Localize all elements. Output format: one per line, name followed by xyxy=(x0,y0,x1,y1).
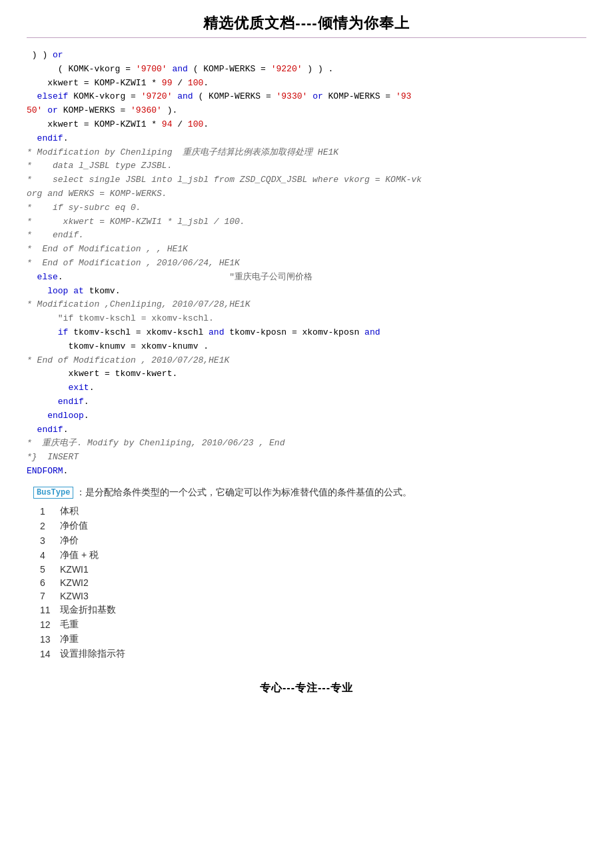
bustype-badge: BusType xyxy=(33,487,73,499)
item-number: 12 xyxy=(40,619,60,630)
code-line-15: else. "重庆电子公司闸价格 xyxy=(27,271,586,285)
code-line-3: xkwert = KOMP-KZWI1 * 99 / 100. xyxy=(27,77,586,91)
item-number: 13 xyxy=(40,634,60,645)
item-number: 6 xyxy=(40,577,60,588)
item-label: 净重 xyxy=(60,633,79,645)
code-line-22: xkwert = tkomv-kwert. xyxy=(27,367,586,381)
code-line-9b: org and WERKS = KOMP-WERKS. xyxy=(27,187,586,201)
code-line-6: endif. xyxy=(27,132,586,146)
item-number: 11 xyxy=(40,605,60,615)
list-item: 13净重 xyxy=(27,632,586,647)
list-item: 12毛重 xyxy=(27,617,586,632)
item-number: 1 xyxy=(40,506,60,517)
item-number: 2 xyxy=(40,521,60,531)
list-item: 2净价值 xyxy=(27,519,586,533)
list-item: 6KZWI2 xyxy=(27,576,586,589)
code-line-11: * xkwert = KOMP-KZWI1 * l_jsbl / 100. xyxy=(27,215,586,229)
code-line-10: * if sy-subrc eq 0. xyxy=(27,201,586,215)
code-line-19: if tkomv-kschl = xkomv-kschl and tkomv-k… xyxy=(27,326,586,340)
code-line-1: ) ) or xyxy=(27,49,586,63)
code-line-5: xkwert = KOMP-KZWI1 * 94 / 100. xyxy=(27,118,586,132)
code-block: ) ) or ( KOMK-vkorg = '9700' and ( KOMP-… xyxy=(27,49,586,479)
list-item: 4净值 + 税 xyxy=(27,548,586,563)
item-label: 现金折扣基数 xyxy=(60,604,116,616)
annotation-description: ：是分配给条件类型的一个公式，它确定可以作为标准替代值的条件基值的公式。 xyxy=(76,487,412,499)
code-line-4a: elseif KOMK-vkorg = '9720' and ( KOMP-WE… xyxy=(27,90,586,104)
item-label: 净价值 xyxy=(60,520,88,532)
item-label: 设置排除指示符 xyxy=(60,648,125,660)
code-line-8: * data l_JSBL type ZJSBL. xyxy=(27,159,586,173)
code-line-12: * endif. xyxy=(27,229,586,243)
code-line-25: endloop. xyxy=(27,409,586,423)
item-label: KZWI3 xyxy=(60,591,89,601)
list-item: 11现金折扣基数 xyxy=(27,603,586,617)
code-line-17: * Modification ,Chenliping, 2010/07/28,H… xyxy=(27,298,586,312)
code-line-7: * Modification by Chenliping 重庆电子结算比例表添加… xyxy=(27,146,586,160)
item-label: 净价 xyxy=(60,535,79,547)
item-label: 毛重 xyxy=(60,619,79,631)
annotation-section: BusType ：是分配给条件类型的一个公式，它确定可以作为标准替代值的条件基值… xyxy=(27,487,586,499)
code-line-16: loop at tkomv. xyxy=(27,285,586,299)
code-line-24: endif. xyxy=(27,395,586,409)
code-line-29: ENDFORM. xyxy=(27,465,586,479)
item-number: 3 xyxy=(40,535,60,546)
item-label: KZWI2 xyxy=(60,577,89,588)
code-line-9a: * select single JSBL into l_jsbl from ZS… xyxy=(27,173,586,187)
code-line-4b: 50' or KOMP-WERKS = '9360' ). xyxy=(27,104,586,118)
item-number: 7 xyxy=(40,591,60,601)
code-line-21: * End of Modification , 2010/07/28,HE1K xyxy=(27,354,586,368)
code-line-18: "if tkomv-kschl = xkomv-kschl. xyxy=(27,312,586,326)
list-item: 1体积 xyxy=(27,504,586,519)
code-line-27: * 重庆电子. Modify by Chenliping, 2010/06/23… xyxy=(27,437,586,451)
list-item: 3净价 xyxy=(27,533,586,548)
code-line-23: exit. xyxy=(27,381,586,395)
code-line-28: *} INSERT xyxy=(27,451,586,465)
page-title: 精选优质文档----倾情为你奉上 xyxy=(27,13,586,38)
item-number: 4 xyxy=(40,550,60,561)
list-item: 7KZWI3 xyxy=(27,589,586,603)
footer: 专心---专注---专业 xyxy=(27,681,586,695)
code-line-14: * End of Modification , 2010/06/24, HE1K xyxy=(27,257,586,271)
code-line-26: endif. xyxy=(27,423,586,437)
list-item: 14设置排除指示符 xyxy=(27,647,586,661)
annotation-row: BusType ：是分配给条件类型的一个公式，它确定可以作为标准替代值的条件基值… xyxy=(27,487,586,499)
list-item: 5KZWI1 xyxy=(27,563,586,576)
item-number: 5 xyxy=(40,564,60,575)
numbered-list: 1体积2净价值3净价4净值 + 税5KZWI16KZWI27KZWI311现金折… xyxy=(27,504,586,661)
code-line-13: * End of Modification , , HE1K xyxy=(27,243,586,257)
item-label: 净值 + 税 xyxy=(60,549,99,561)
item-label: 体积 xyxy=(60,505,79,517)
code-line-20: tkomv-knumv = xkomv-knumv . xyxy=(27,340,586,354)
item-number: 14 xyxy=(40,649,60,659)
code-line-2: ( KOMK-vkorg = '9700' and ( KOMP-WERKS =… xyxy=(27,63,586,77)
item-label: KZWI1 xyxy=(60,564,89,575)
